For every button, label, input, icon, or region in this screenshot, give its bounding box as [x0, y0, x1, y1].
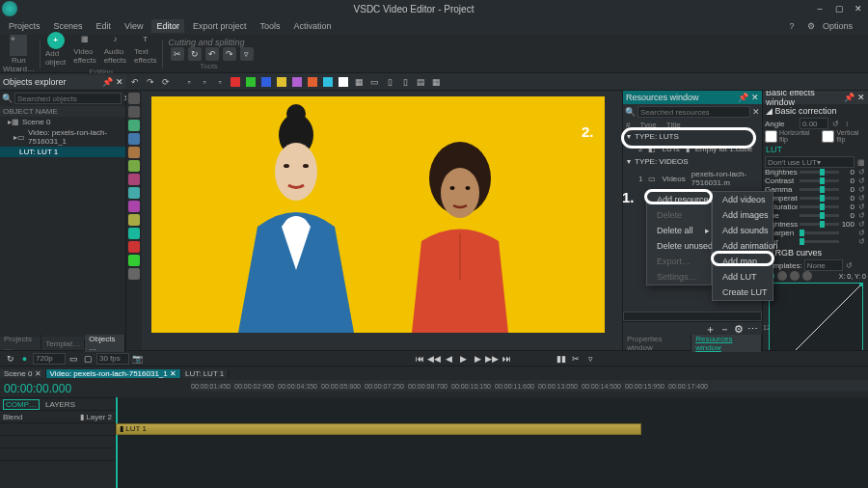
curve-channel-g[interactable] — [790, 271, 800, 281]
add-object-button[interactable]: +Add object — [42, 32, 68, 67]
reset-icon[interactable]: ↺ — [856, 185, 866, 194]
hflip-check[interactable] — [765, 130, 777, 143]
tracks-area[interactable]: ▮ LUT 1 — [116, 397, 868, 488]
tool-redo-icon[interactable]: ↷ — [223, 47, 236, 61]
layout-1-icon[interactable]: ▯ — [383, 75, 396, 89]
angle-input[interactable]: 0.00 — [800, 118, 828, 129]
tool-undo-icon[interactable]: ↶ — [205, 47, 219, 61]
split-icon[interactable]: ✂ — [570, 352, 583, 365]
search-clear-icon[interactable]: ✕ — [752, 107, 760, 117]
snap-icon[interactable]: ▭ — [367, 75, 381, 89]
timeline-ruler[interactable]: 00:00:01:45000:00:02:90000:00:04:35000:0… — [191, 380, 868, 392]
tree-video[interactable]: ▸▭Video: pexels-ron-lach-7516031_1 — [0, 127, 125, 147]
play-icon[interactable]: ▶ — [457, 352, 470, 365]
contrast-slider[interactable] — [800, 179, 839, 182]
track-empty-1[interactable] — [0, 422, 115, 435]
cut-icon[interactable]: ▮▮ — [556, 352, 568, 365]
vtool-freeform-icon[interactable] — [128, 160, 140, 172]
vtool-tooltip-icon[interactable] — [128, 268, 140, 280]
vtool-text-icon[interactable] — [128, 106, 140, 118]
loop-icon[interactable]: ↻ — [4, 352, 16, 365]
tool-crop-icon[interactable]: ✂ — [171, 47, 184, 61]
timeline-tab-lut[interactable]: LUT: LUT 1 — [181, 369, 229, 378]
timeline-tab-scene[interactable]: Scene 0 ✕ — [0, 369, 46, 378]
zoom-icon[interactable]: ▢ — [82, 352, 95, 365]
temperature-slider[interactable] — [800, 197, 839, 200]
align-right-icon[interactable]: ▫ — [213, 75, 227, 89]
step-back-icon[interactable]: ◀ — [443, 352, 455, 365]
vtool-cursor-icon[interactable] — [128, 93, 140, 104]
video-effects-button[interactable]: ▦Video effects — [70, 32, 98, 67]
ctx-add-lut[interactable]: Add LUT — [713, 269, 773, 285]
menu-activation[interactable]: Activation — [288, 19, 336, 33]
lut-dropdown[interactable]: Don't use LUT ▾ — [765, 156, 854, 168]
explorer-tab-objects[interactable]: Objects … — [85, 335, 125, 352]
close-panel-icon[interactable]: ✕ — [116, 77, 123, 87]
tab-properties[interactable]: Properties window — [623, 335, 692, 352]
options-link[interactable]: ⚙ Options — [802, 19, 862, 33]
brightness-slider[interactable] — [800, 171, 839, 174]
layout-4-icon[interactable]: ▦ — [429, 75, 443, 89]
tab-resources[interactable]: Resources window — [692, 335, 762, 352]
color-blue[interactable] — [261, 77, 271, 87]
layout-2-icon[interactable]: ▯ — [398, 75, 412, 89]
cut-split-button[interactable]: Cutting and splitting — [165, 38, 254, 47]
vtool-sprite-icon[interactable] — [128, 228, 140, 239]
pin-icon[interactable]: 📌 — [102, 77, 113, 87]
basic-correction-section[interactable]: ◢ Basic correction — [763, 104, 868, 118]
vtool-chart-icon[interactable] — [128, 174, 140, 185]
vtool-video-icon[interactable] — [128, 201, 140, 212]
color-purple[interactable] — [292, 77, 302, 87]
reset-icon[interactable]: ↺ — [856, 229, 866, 237]
help-icon[interactable]: ? — [784, 19, 799, 33]
curve-channel-r[interactable] — [777, 271, 787, 281]
ctx-create-lut[interactable]: Create LUT — [713, 285, 773, 300]
track-empty-2[interactable] — [0, 435, 115, 447]
menu-export[interactable]: Export project — [188, 19, 252, 33]
explorer-tab-templates[interactable]: Templat… — [41, 339, 85, 348]
audio-effects-button[interactable]: ♪Audio effects — [101, 32, 129, 67]
rgb-curves-section[interactable]: ◢ RGB curves — [763, 246, 868, 259]
color-green[interactable] — [246, 77, 256, 87]
reset-icon[interactable]: ↺ — [856, 168, 866, 176]
ctx-delete-unused[interactable]: Delete unused▸ — [647, 238, 711, 254]
link-icon[interactable]: ↕ — [842, 120, 852, 128]
timeline-tab-video[interactable]: Video: pexels-ron-lach-7516031_1 ✕ — [46, 369, 181, 378]
reset-icon[interactable]: ↺ — [856, 176, 866, 185]
rgb-curve-editor[interactable] — [769, 283, 863, 350]
color-red[interactable] — [231, 77, 240, 87]
reset-icon[interactable]: ↺ — [856, 237, 866, 246]
color-cyan[interactable] — [323, 77, 333, 87]
tool-marker-icon[interactable]: ▿ — [240, 47, 254, 61]
explorer-tab-projects[interactable]: Projects … — [0, 335, 41, 352]
tree-scene[interactable]: ▸▦Scene 0 — [0, 117, 125, 127]
templates-dropdown[interactable]: None — [804, 259, 843, 271]
search-input[interactable] — [14, 93, 122, 104]
layers-tab[interactable]: LAYERS — [45, 400, 75, 409]
goto-start-icon[interactable]: ⏮ — [414, 352, 426, 365]
playhead[interactable] — [116, 397, 118, 488]
ctx-add-map[interactable]: Add map — [713, 254, 773, 269]
vtool-rect-icon[interactable] — [128, 120, 140, 131]
ctx-add-animation[interactable]: Add animation — [713, 238, 773, 254]
next-frame-icon[interactable]: ▶▶ — [486, 352, 499, 365]
track-empty-3[interactable] — [0, 447, 115, 460]
layout-3-icon[interactable]: ▤ — [414, 75, 427, 89]
track-blend[interactable]: Blend▮ Layer 2 — [0, 410, 115, 422]
align-left-icon[interactable]: ▫ — [182, 75, 196, 89]
sharpen-slider[interactable] — [800, 231, 839, 234]
run-wizard-button[interactable]: ✦ Run Wizard… — [0, 35, 38, 73]
align-center-icon[interactable]: ▫ — [198, 75, 211, 89]
camera-icon[interactable]: 📷 — [131, 352, 144, 365]
blur-slider[interactable] — [800, 240, 839, 243]
reset-icon[interactable]: ↺ — [856, 203, 866, 211]
gamma-slider[interactable] — [800, 188, 839, 191]
reset-icon[interactable]: ↺ — [856, 194, 866, 203]
lut-clip[interactable]: ▮ LUT 1 — [116, 423, 641, 435]
hue-slider[interactable] — [800, 214, 839, 217]
saturation-slider[interactable] — [800, 205, 839, 208]
goto-end-icon[interactable]: ⏭ — [501, 352, 513, 365]
close-panel-icon[interactable]: ✕ — [857, 93, 865, 102]
minimize-button[interactable]: – — [810, 2, 829, 15]
text-effects-button[interactable]: TText effects — [131, 32, 159, 67]
